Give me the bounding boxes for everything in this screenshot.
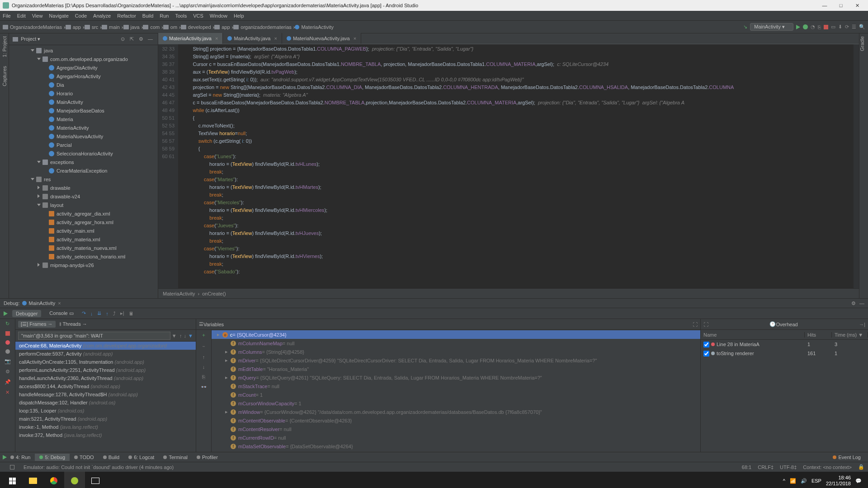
- tree-twistie-icon[interactable]: [37, 186, 42, 190]
- remove-watch-icon[interactable]: －: [201, 343, 206, 350]
- tree-node[interactable]: exceptions: [9, 158, 158, 166]
- variable-row[interactable]: fmCurrentRowID = null: [212, 433, 700, 442]
- tree-twistie-icon[interactable]: [37, 160, 42, 164]
- taskbar-taskview[interactable]: [85, 472, 106, 488]
- tray-clock[interactable]: 18:46 22/11/2018: [826, 475, 851, 487]
- col-time[interactable]: Time (ms) ▼: [832, 332, 868, 338]
- hide-icon[interactable]: —: [148, 36, 154, 42]
- sidebar-tab-project[interactable]: 1: Project: [2, 36, 7, 57]
- tree-twistie-icon[interactable]: [37, 194, 42, 199]
- tree-node[interactable]: layout: [9, 201, 158, 209]
- resume-icon[interactable]: [4, 311, 8, 316]
- tree-twistie-icon[interactable]: [37, 263, 42, 267]
- tree-node[interactable]: res: [9, 175, 158, 183]
- editor-gutter[interactable]: 32 33 34 35 36 37 38 39 40 41 42 43 44 4…: [158, 44, 178, 288]
- tray-chevron-icon[interactable]: ^: [783, 478, 785, 483]
- breadcrumb-4[interactable]: java: [123, 24, 140, 30]
- next-frame-icon[interactable]: ↓: [184, 333, 187, 338]
- var-twistie-icon[interactable]: ▸: [225, 375, 231, 380]
- variable-row[interactable]: ▸fmQuery = {SQLiteQuery@4261} "SQLiteQue…: [212, 373, 700, 382]
- frame-row[interactable]: callActivityOnCreate:1105, Instrumentati…: [15, 358, 196, 366]
- breadcrumb-9[interactable]: organizadordematerias: [233, 24, 292, 30]
- tree-twistie-icon[interactable]: [37, 57, 42, 61]
- breadcrumb-0[interactable]: OrganizadordeMaterias: [3, 24, 62, 30]
- get-thread-dump-icon[interactable]: 📷: [5, 358, 11, 364]
- breadcrumb-10[interactable]: MateriaActivity: [295, 24, 334, 30]
- view-breakpoints-icon[interactable]: [5, 340, 10, 345]
- tree-node[interactable]: com.om.developed.app.organizado: [9, 55, 158, 63]
- stop-icon[interactable]: [824, 25, 828, 29]
- search-icon[interactable]: 🔍: [859, 24, 865, 30]
- frames-tab[interactable]: [☰] Frames →: [18, 321, 56, 328]
- frame-row[interactable]: performLaunchActivity:2251, ActivityThre…: [15, 366, 196, 374]
- tree-node[interactable]: SeleccionaHorarioActivity: [9, 149, 158, 158]
- thread-dropdown-icon[interactable]: ▼: [170, 333, 178, 338]
- var-twistie-icon[interactable]: ▸: [225, 349, 231, 355]
- menu-refactor[interactable]: Refactor: [117, 13, 136, 19]
- tree-node[interactable]: drawable: [9, 183, 158, 192]
- variable-row[interactable]: fmDataSetObservable = {DataSetObservable…: [212, 442, 700, 450]
- avd-icon[interactable]: ▭: [831, 24, 835, 30]
- variable-row[interactable]: ▸fmDriver = {SQLiteDirectCursorDriver@42…: [212, 356, 700, 365]
- debug-icon[interactable]: [803, 24, 808, 29]
- debugger-tab[interactable]: Debugger: [12, 310, 41, 317]
- settings-icon[interactable]: ⚙: [139, 36, 145, 42]
- maximize-button[interactable]: □: [833, 3, 849, 8]
- show-watches-icon[interactable]: 👓: [201, 384, 207, 390]
- variable-row[interactable]: fmContentObservable = {ContentObservable…: [212, 416, 700, 425]
- breadcrumb-1[interactable]: app: [66, 24, 81, 30]
- profile-icon[interactable]: ◔: [811, 24, 815, 30]
- variables-tree[interactable]: ▸oc = {SQLiteCursor@4234}fmColumnNameMap…: [212, 330, 700, 452]
- editor-tab[interactable]: MateriaActivity.java×: [158, 33, 223, 44]
- overhead-check[interactable]: [703, 351, 709, 357]
- filter-frames-icon[interactable]: ▼: [188, 333, 193, 338]
- run-icon[interactable]: [796, 25, 800, 29]
- breadcrumb-5[interactable]: com: [143, 24, 160, 30]
- menu-view[interactable]: View: [32, 13, 43, 19]
- tray-lang[interactable]: ESP: [811, 478, 821, 483]
- stop-debug-icon[interactable]: [5, 331, 10, 336]
- up-watch-icon[interactable]: ↑: [203, 354, 205, 360]
- overhead-row[interactable]: Line 28 in MateriaA13: [701, 340, 868, 349]
- frame-row[interactable]: onCreate:68, MateriaActivity (com.om.dev…: [15, 342, 196, 350]
- variable-row[interactable]: fmCursorWindowCapacity = 1: [212, 399, 700, 408]
- tree-node[interactable]: MainActivity: [9, 98, 158, 106]
- crumb-class[interactable]: MateriaActivity: [163, 291, 195, 296]
- structure-icon[interactable]: ☰: [852, 24, 856, 30]
- thread-combo[interactable]: "main"@3,563 in group "main": WAIT: [18, 332, 170, 340]
- tree-node[interactable]: Parcial: [9, 141, 158, 149]
- menu-tools[interactable]: Tools: [175, 13, 187, 19]
- bottom-tab[interactable]: Build: [99, 454, 124, 461]
- tree-node[interactable]: activity_selecciona_horario.xml: [9, 252, 158, 261]
- menu-vcs[interactable]: VCS: [193, 13, 203, 19]
- tree-node[interactable]: activity_agregar_dia.xml: [9, 209, 158, 218]
- editor-tab[interactable]: MainActivity.java×: [223, 33, 282, 44]
- variable-row[interactable]: fmEditTable = "Horarios_Materia": [212, 365, 700, 373]
- console-tab[interactable]: Console ▭: [46, 310, 77, 317]
- mute-breakpoints-icon[interactable]: [5, 349, 10, 354]
- var-twistie-icon[interactable]: ▸: [225, 357, 231, 363]
- sidebar-tab-gradle[interactable]: Gradle: [859, 36, 865, 51]
- var-twistie-icon[interactable]: ▸: [225, 409, 231, 415]
- force-step-into-icon[interactable]: ⇊: [97, 310, 101, 316]
- tree-node[interactable]: activity_main.xml: [9, 226, 158, 235]
- tree-node[interactable]: java: [9, 46, 158, 55]
- tree-node[interactable]: activity_agregar_hora.xml: [9, 218, 158, 226]
- threads-tab[interactable]: ⫴ Threads →: [59, 321, 87, 327]
- sdk-icon[interactable]: ⬇: [838, 24, 842, 30]
- breadcrumb-7[interactable]: developed: [181, 24, 211, 30]
- overhead-row[interactable]: toString renderer1611: [701, 349, 868, 358]
- menu-run[interactable]: Run: [160, 13, 169, 19]
- variable-row[interactable]: ▸fmWindow = {CursorWindow@4262} "/data/d…: [212, 408, 700, 416]
- breadcrumb-6[interactable]: om: [163, 24, 177, 30]
- tray-notifications-icon[interactable]: 💬: [855, 478, 862, 484]
- tree-node[interactable]: Materia: [9, 115, 158, 123]
- frame-row[interactable]: invoke:372, Method (java.lang.reflect): [15, 431, 196, 439]
- scroll-from-source-icon[interactable]: ⊙: [121, 36, 127, 42]
- variable-row[interactable]: fmContentResolver = null: [212, 425, 700, 433]
- prev-frame-icon[interactable]: ↑: [179, 333, 182, 338]
- step-into-icon[interactable]: ↓: [90, 311, 93, 316]
- tray-wifi-icon[interactable]: 📶: [790, 478, 796, 484]
- menu-help[interactable]: Help: [234, 13, 244, 19]
- close-tab-icon[interactable]: ×: [215, 36, 218, 41]
